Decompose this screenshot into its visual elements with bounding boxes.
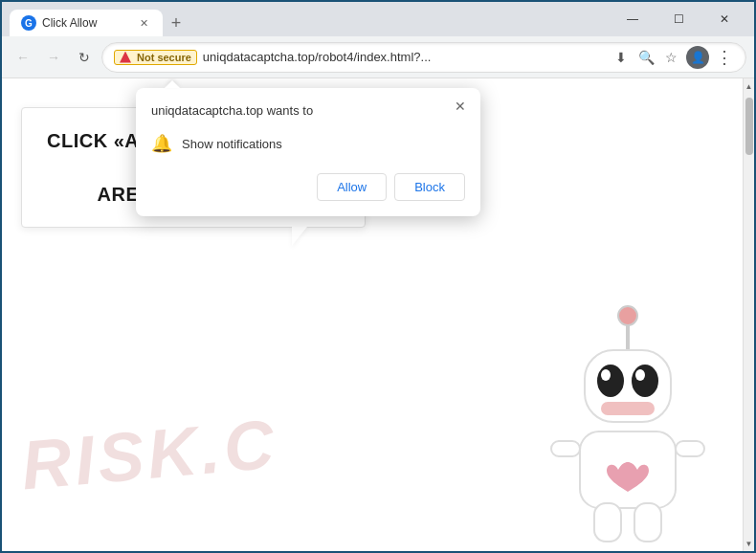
search-icon[interactable]: 🔍	[636, 48, 656, 67]
bookmark-icon[interactable]: ☆	[661, 48, 680, 67]
address-bar-icons: ⬇ 🔍 ☆ 👤 ⋮	[611, 46, 734, 69]
tab-close-button[interactable]: ✕	[136, 15, 151, 31]
menu-icon[interactable]: ⋮	[715, 48, 734, 67]
svg-rect-12	[634, 503, 661, 542]
svg-rect-7	[601, 402, 655, 415]
permission-popup: ✕ uniqdatacaptcha.top wants to 🔔 Show no…	[136, 88, 480, 216]
svg-rect-10	[676, 441, 704, 456]
tab-area: G Click Allow ✕ +	[10, 2, 599, 36]
browser-content: RISK.C	[2, 78, 754, 551]
tab-favicon: G	[21, 15, 36, 31]
popup-close-button[interactable]: ✕	[450, 96, 471, 117]
new-tab-button[interactable]: +	[163, 10, 189, 36]
robot-illustration	[532, 302, 723, 551]
scroll-down-button[interactable]: ▼	[744, 536, 755, 551]
svg-point-4	[632, 365, 658, 397]
reload-button[interactable]: ↻	[71, 44, 98, 71]
browser-tab[interactable]: G Click Allow ✕	[10, 10, 163, 36]
back-button[interactable]: ←	[10, 44, 36, 71]
address-input-area[interactable]: Not secure uniqdatacaptcha.top/robot4/in…	[101, 42, 746, 73]
robot-svg	[532, 302, 723, 551]
not-secure-label: Not secure	[137, 52, 191, 63]
svg-point-6	[635, 369, 645, 381]
minimize-button[interactable]: —	[611, 4, 655, 34]
window-controls: — ☐ ✕	[611, 4, 746, 34]
block-button[interactable]: Block	[394, 173, 465, 201]
popup-notification-row: 🔔 Show notifications	[151, 129, 465, 158]
url-text: uniqdatacaptcha.top/robot4/index.html?..…	[203, 50, 606, 64]
back-icon: ←	[16, 50, 30, 65]
svg-point-5	[601, 369, 611, 381]
profile-icon[interactable]: 👤	[686, 46, 709, 69]
scrollbar: ▲ ▼	[743, 78, 754, 551]
reload-icon: ↻	[78, 50, 90, 65]
extension-icon[interactable]: ⬇	[611, 48, 631, 67]
svg-point-3	[597, 365, 624, 397]
address-bar: ← → ↻ Not secure uniqdatacaptcha.top/rob…	[2, 36, 754, 78]
tab-title: Click Allow	[42, 16, 130, 30]
popup-title: uniqdatacaptcha.top wants to	[151, 103, 465, 118]
popup-buttons: Allow Block	[151, 173, 465, 201]
scrollbar-thumb[interactable]	[745, 98, 753, 155]
page-area: RISK.C	[2, 78, 743, 551]
svg-point-1	[618, 306, 637, 325]
allow-button[interactable]: Allow	[317, 173, 387, 201]
close-button[interactable]: ✕	[702, 4, 746, 34]
title-bar: G Click Allow ✕ + — ☐ ✕	[2, 2, 754, 36]
forward-button[interactable]: →	[40, 44, 67, 71]
svg-rect-11	[594, 503, 621, 542]
maximize-button[interactable]: ☐	[656, 4, 700, 34]
svg-rect-9	[551, 441, 580, 456]
watermark-text: RISK.C	[18, 404, 280, 504]
forward-icon: →	[47, 50, 60, 65]
not-secure-badge: Not secure	[114, 50, 197, 65]
popup-notification-text: Show notifications	[182, 137, 282, 151]
bell-icon: 🔔	[151, 133, 172, 154]
scroll-up-button[interactable]: ▲	[744, 78, 755, 94]
